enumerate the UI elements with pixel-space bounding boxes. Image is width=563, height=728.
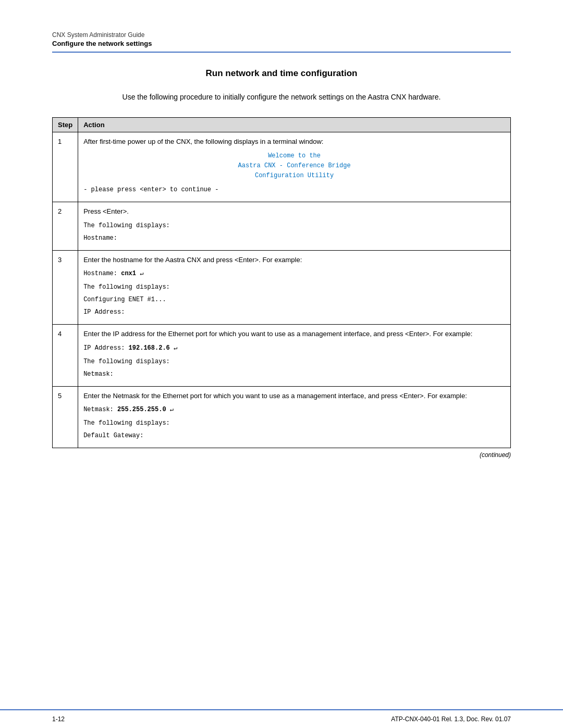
step-action-5: Enter the Netmask for the Ethernet port … — [78, 386, 511, 448]
footer-doc-info: ATP-CNX-040-01 Rel. 1.3, Doc. Rev. 01.07 — [391, 715, 511, 723]
default-gateway-label: Default Gateway: — [83, 431, 505, 440]
header-divider — [52, 52, 511, 53]
ip-address-label: IP Address: — [83, 307, 505, 317]
action-text-2: Press <Enter>. — [83, 207, 129, 215]
following-text-4: The following displays: — [83, 357, 505, 366]
step-number-3: 3 — [53, 250, 78, 325]
action-text-5: Enter the Netmask for the Ethernet port … — [83, 392, 467, 400]
netmask-value: 255.255.255.0 — [117, 406, 166, 413]
table-row: 5 Enter the Netmask for the Ethernet por… — [53, 386, 511, 448]
step-number-4: 4 — [53, 325, 78, 387]
header-bold-title: Configure the network settings — [52, 40, 511, 47]
config-enet: Configuring ENET #1... — [83, 295, 505, 304]
steps-table: Step Action 1 After first-time power up … — [52, 117, 511, 448]
step-number-1: 1 — [53, 132, 78, 202]
table-row: 1 After first-time power up of the CNX, … — [53, 132, 511, 202]
terminal-plain-1: - please press <enter> to continue - — [83, 185, 505, 194]
step-action-1: After first-time power up of the CNX, th… — [78, 132, 511, 202]
step-action-3: Enter the hostname for the Aastra CNX an… — [78, 250, 511, 325]
table-row: 2 Press <Enter>. The following displays:… — [53, 202, 511, 251]
hostname-label: Hostname: — [83, 233, 505, 243]
table-row: 3 Enter the hostname for the Aastra CNX … — [53, 250, 511, 325]
terminal-block-1: Welcome to the Aastra CNX - Conference B… — [83, 151, 505, 181]
col-action-header: Action — [78, 118, 511, 132]
intro-paragraph: Use the following procedure to initially… — [52, 91, 511, 103]
ip-example: IP Address: 192.168.2.6 ↵ — [83, 343, 505, 353]
action-text-3: Enter the hostname for the Aastra CNX an… — [83, 256, 302, 264]
table-row: 4 Enter the IP address for the Ethernet … — [53, 325, 511, 387]
step-number-2: 2 — [53, 202, 78, 251]
step-action-4: Enter the IP address for the Ethernet po… — [78, 325, 511, 387]
page: CNX System Administrator Guide Configure… — [0, 0, 563, 728]
table-header-row: Step Action — [53, 118, 511, 132]
action-text-1: After first-time power up of the CNX, th… — [83, 138, 323, 145]
footer: 1-12 ATP-CNX-040-01 Rel. 1.3, Doc. Rev. … — [0, 709, 563, 728]
header-section: CNX System Administrator Guide Configure… — [52, 31, 511, 47]
header-small-title: CNX System Administrator Guide — [52, 31, 511, 39]
hostname-value: cnx1 — [121, 270, 136, 277]
col-step-header: Step — [53, 118, 78, 132]
content-area: CNX System Administrator Guide Configure… — [0, 0, 563, 709]
action-text-4: Enter the IP address for the Ethernet po… — [83, 330, 472, 338]
ip-value: 192.168.2.6 — [129, 344, 170, 352]
following-text-2: The following displays: — [83, 221, 505, 230]
netmask-label: Netmask: — [83, 369, 505, 379]
netmask-example: Netmask: 255.255.255.0 ↵ — [83, 405, 505, 414]
continued-text: (continued) — [52, 451, 511, 459]
following-text-3: The following displays: — [83, 282, 505, 292]
page-title: Run network and time configuration — [52, 68, 511, 79]
hostname-example: Hostname: cnx1 ↵ — [83, 269, 505, 278]
following-text-5: The following displays: — [83, 418, 505, 428]
footer-page-number: 1-12 — [52, 715, 65, 723]
step-action-2: Press <Enter>. The following displays: H… — [78, 202, 511, 251]
step-number-5: 5 — [53, 386, 78, 448]
